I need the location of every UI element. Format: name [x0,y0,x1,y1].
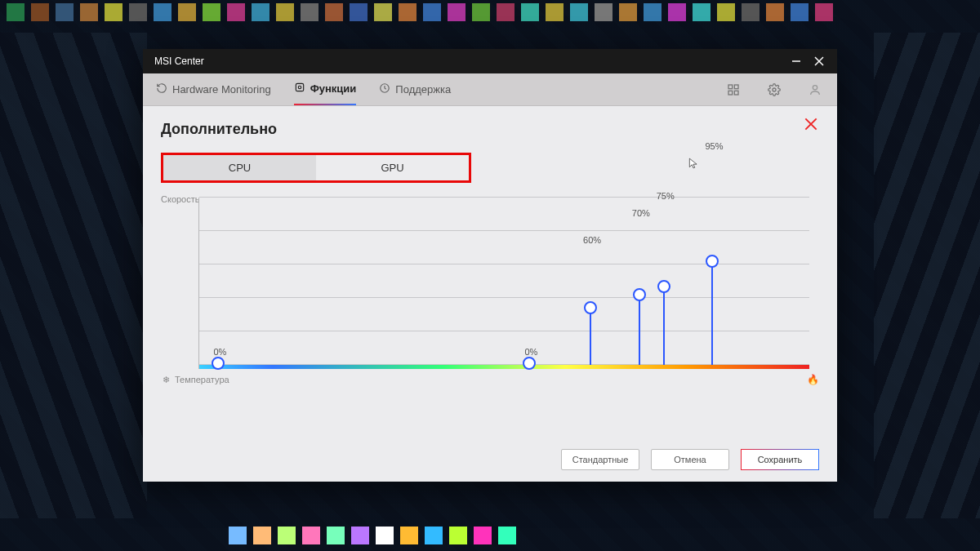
svg-point-4 [298,86,301,89]
slider-value-label: 60% [580,235,604,245]
tab-support[interactable]: Поддержка [379,73,451,105]
tab-label: Поддержка [395,83,451,96]
footer-buttons: Стандартные Отмена Сохранить [161,449,819,470]
slider-knob[interactable] [657,280,670,293]
fan-curve-point[interactable]: 0% [528,363,530,365]
slider-knob[interactable] [706,255,719,268]
user-icon[interactable] [806,81,824,99]
subtab-gpu[interactable]: GPU [316,155,469,180]
desktop-bottom-blur [229,527,516,549]
fan-curve-point[interactable]: 0% [217,363,219,365]
svg-rect-3 [296,83,303,91]
slider-value-label: 95% [702,141,726,151]
gridline [199,297,809,298]
gridline [199,197,809,198]
close-panel-button[interactable] [803,116,819,137]
support-icon [379,82,390,96]
slider-knob[interactable] [633,288,646,301]
page-heading: Дополнительно [161,121,819,138]
cancel-button[interactable]: Отмена [651,449,729,470]
titlebar[interactable]: MSI Center [143,49,837,73]
save-button[interactable]: Сохранить [741,449,819,470]
tab-functions[interactable]: Функции [294,73,357,105]
svg-point-11 [813,85,817,89]
window-title: MSI Center [154,56,204,67]
fan-curve-chart: Скорость 0%0%60%70%75%95% ❄ Температура … [161,198,819,438]
slider-value-label: 70% [629,208,653,218]
desktop-taskbar-blur [0,0,980,23]
close-window-button[interactable] [808,50,831,73]
minimize-button[interactable] [785,50,808,73]
functions-icon [294,82,305,96]
slider-value-label: 0% [519,347,543,357]
highlight-annotation-box: CPU GPU [161,153,471,183]
svg-point-10 [773,88,776,91]
snowflake-icon: ❄ [163,375,170,385]
x-axis-label: Температура [175,375,229,384]
svg-rect-8 [728,91,733,95]
mouse-cursor [688,155,699,171]
gridline [199,364,809,365]
gridline [199,230,809,231]
tab-label: Функции [310,82,357,95]
main-tabbar: Hardware Monitoring Функции Поддержка [143,73,837,106]
standard-button[interactable]: Стандартные [561,449,639,470]
app-window: MSI Center Hardware Monitoring Функции П… [143,49,837,482]
fan-curve-point[interactable]: 95% [711,261,713,365]
svg-rect-9 [734,91,738,95]
tab-label: Hardware Monitoring [172,83,271,96]
content-panel: Дополнительно CPU GPU Скорость 0%0%60%70… [143,106,837,482]
y-axis-label: Скорость [161,194,200,204]
temperature-gradient-axis [199,365,809,369]
fan-curve-point[interactable]: 60% [590,308,591,365]
subtab-cpu[interactable]: CPU [163,155,316,180]
slider-value-label: 0% [207,347,232,357]
fan-curve-point[interactable]: 70% [639,295,640,365]
refresh-icon [156,82,167,96]
settings-icon[interactable] [765,81,783,99]
grid-icon[interactable] [724,81,742,99]
slider-value-label: 75% [653,191,678,201]
slider-knob[interactable] [584,301,597,314]
svg-rect-6 [728,85,733,89]
fan-curve-point[interactable]: 75% [663,287,665,365]
flame-icon: 🔥 [807,374,819,385]
tab-hardware-monitoring[interactable]: Hardware Monitoring [156,73,271,105]
svg-rect-7 [734,85,738,89]
gridline [199,331,809,331]
